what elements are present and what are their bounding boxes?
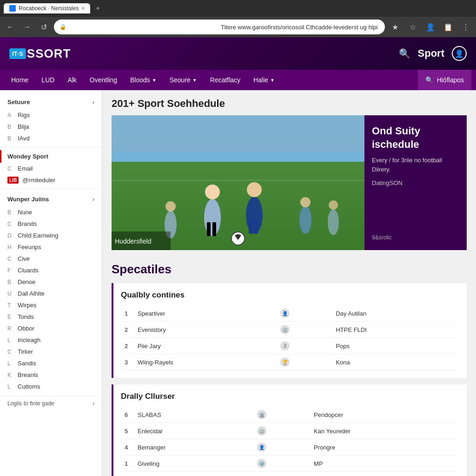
site-logo[interactable]: IT·S SSORT: [9, 46, 71, 61]
sidebar-item-blija[interactable]: B Blija: [0, 121, 102, 132]
new-tab-button[interactable]: +: [92, 3, 103, 14]
hero-section: 201+ Sport Soehhedule: [102, 90, 476, 255]
sidebar-item-tonds[interactable]: E Tonds: [0, 311, 102, 323]
lock-icon: 🔒: [60, 24, 218, 30]
sidebar-item-breanls[interactable]: K Breanls: [0, 369, 102, 381]
row-value: Pendopcer: [310, 407, 459, 423]
nav-search-button[interactable]: 🔍 Hióflapos: [418, 70, 471, 90]
sidebar-item-child-earnwing[interactable]: D Child Earnwing: [0, 230, 102, 241]
lib-badge: LIB: [7, 177, 19, 184]
nav-recatflacy[interactable]: Recatflacy: [204, 70, 247, 90]
row-num: 1: [121, 456, 134, 472]
sidebar-item-denoe[interactable]: B Denoe: [0, 276, 102, 288]
row-label: SLABAS: [134, 407, 253, 423]
row-icon: 👤: [280, 309, 290, 318]
row-label: Speartiver: [134, 305, 277, 322]
nav-home[interactable]: Home: [5, 70, 35, 90]
back-button[interactable]: ←: [4, 20, 17, 33]
svg-point-15: [299, 206, 311, 234]
row-value: MP: [310, 456, 459, 472]
sidebar-item-obbor[interactable]: R Obbor: [0, 323, 102, 334]
sidebar-wunper-label: Wunper Juiins: [7, 196, 49, 203]
table-row: 1 Speartiver 👤 Day Autilan: [121, 305, 459, 322]
more-options-icon[interactable]: ⋮: [459, 20, 472, 33]
sidebar-wunper-arrow: ›: [93, 196, 94, 203]
content-area: 201+ Sport Soehhedule: [102, 90, 476, 476]
data-card-2-title: Drally Cllurser: [121, 392, 459, 401]
site-header: IT·S SSORT 🔍 Sport 👤: [0, 37, 476, 70]
table-row: 2 Piie Jary 3 Pops: [121, 338, 459, 354]
sidebar-item-rigs[interactable]: A Rigs: [0, 109, 102, 121]
sidebar-setuure-label: Setuure: [7, 99, 30, 106]
sidebar-divider-2: [0, 189, 102, 189]
sidebar-letter-rigs: A: [7, 112, 14, 119]
sidebar-item-nune[interactable]: B Nune: [0, 206, 102, 218]
active-tab[interactable]: Rocaboeck · Nersistales ×: [4, 3, 90, 13]
forward-button[interactable]: →: [20, 20, 33, 33]
sidebar-footer-arrow: ›: [93, 400, 94, 407]
sidebar-item-dall-alhlte[interactable]: U Dall Alhlte: [0, 288, 102, 299]
sidebar-label-blija: Blija: [18, 123, 29, 130]
sidebar-item-brands[interactable]: C Brands: [0, 218, 102, 230]
row-icon-cell: 🏆: [277, 354, 332, 370]
row-label: Bemanger: [134, 439, 253, 456]
header-search-icon[interactable]: 🔍: [399, 48, 410, 59]
main-navigation: Home LUD Alk Oventling Bloods ▼ Seoure ▼…: [0, 70, 476, 90]
hero-card-desc: Every / for 3riie no football Diirery.: [372, 156, 459, 174]
sidebar-item-tirker[interactable]: C Tirker: [0, 346, 102, 357]
row-value: Kona: [332, 354, 459, 370]
nav-seoure[interactable]: Seoure ▼: [163, 70, 204, 90]
sidebar-letter-iavd: B: [7, 135, 14, 142]
row-icon: 🏢: [280, 325, 290, 334]
data-table-1: 1 Speartiver 👤 Day Autilan 2 Evenistory …: [121, 305, 459, 370]
address-bar[interactable]: 🔒 Titere www.garoofirsts/oricosoil Cthca…: [54, 20, 385, 34]
features-section: Specatiles Qualbly contines 1 Speartiver…: [102, 255, 476, 476]
table-row: 4 Bemanger 👤 Prongre: [121, 439, 459, 456]
table-row: 2 Evenistory 🏢 HTPE FLDI: [121, 322, 459, 338]
sidebar-item-iavd[interactable]: B IAvd: [0, 132, 102, 144]
tab-favicon: [9, 5, 16, 12]
sidebar-item-feeunps[interactable]: H Feeunps: [0, 241, 102, 253]
sidebar-section-setuure[interactable]: Setuure ›: [0, 95, 102, 109]
nav-halie[interactable]: Halie ▼: [247, 70, 281, 90]
row-icon: 🏛️: [257, 410, 266, 419]
nav-lud[interactable]: LUD: [35, 70, 61, 90]
bloods-chevron-icon: ▼: [152, 78, 157, 83]
svg-point-18: [329, 200, 338, 210]
hero-image: Huddersfield: [112, 115, 364, 250]
sidebar-label-iavd: IAvd: [18, 135, 30, 142]
sidebar-item-email[interactable]: C Email: [0, 163, 102, 174]
sidebar-item-sandis[interactable]: L Sandis: [0, 357, 102, 369]
sidebar-item-cluards[interactable]: F Cluards: [0, 264, 102, 276]
hero-title: 201+ Sport Soehhedule: [112, 98, 467, 110]
nav-search-icon: 🔍: [425, 76, 433, 84]
nav-oventling[interactable]: Oventling: [83, 70, 124, 90]
row-num: 3: [121, 354, 134, 370]
sidebar-label-rigs: Rigs: [18, 112, 30, 119]
sidebar-footer-link[interactable]: Loglis to finte gade ›: [0, 396, 102, 410]
header-user-icon[interactable]: 👤: [452, 46, 467, 61]
bookmark-star-icon[interactable]: ★: [389, 20, 402, 33]
row-icon-cell: 🏢: [253, 423, 310, 439]
refresh-button[interactable]: ↺: [37, 20, 50, 33]
sidebar-item-cuttoms[interactable]: L Cuttoms: [0, 381, 102, 392]
sidebar-item-wirpes[interactable]: T Wirpes: [0, 299, 102, 311]
extensions-icon[interactable]: 📋: [442, 20, 455, 33]
row-label: Evenistory: [134, 322, 277, 338]
data-card-1: Qualbly contines 1 Speartiver 👤 Day Auti…: [112, 283, 467, 378]
sidebar-item-cive[interactable]: C Cive: [0, 253, 102, 264]
tab-close-button[interactable]: ×: [81, 5, 85, 12]
row-num: 2: [121, 338, 134, 354]
nav-alk[interactable]: Alk: [61, 70, 83, 90]
sidebar-item-incleagh[interactable]: L Incleagh: [0, 334, 102, 346]
profile-icon[interactable]: 👤: [424, 20, 437, 33]
halie-chevron-icon: ▼: [270, 78, 275, 83]
bookmark-outline-icon[interactable]: ☆: [406, 20, 419, 33]
logo-text: SSORT: [27, 46, 71, 61]
sidebar-section-wunper[interactable]: Wunper Juiins ›: [0, 192, 102, 206]
nav-bloods[interactable]: Bloods ▼: [124, 70, 163, 90]
sidebar-item-rmiteduler[interactable]: LIB @rmiteduler: [0, 174, 102, 186]
url-text: Titere www.garoofirsts/oricosoil Cthcadd…: [221, 24, 379, 31]
table-row: 5 Enlecidar 🏢 Kan Yeureder: [121, 423, 459, 439]
svg-point-17: [328, 209, 339, 235]
